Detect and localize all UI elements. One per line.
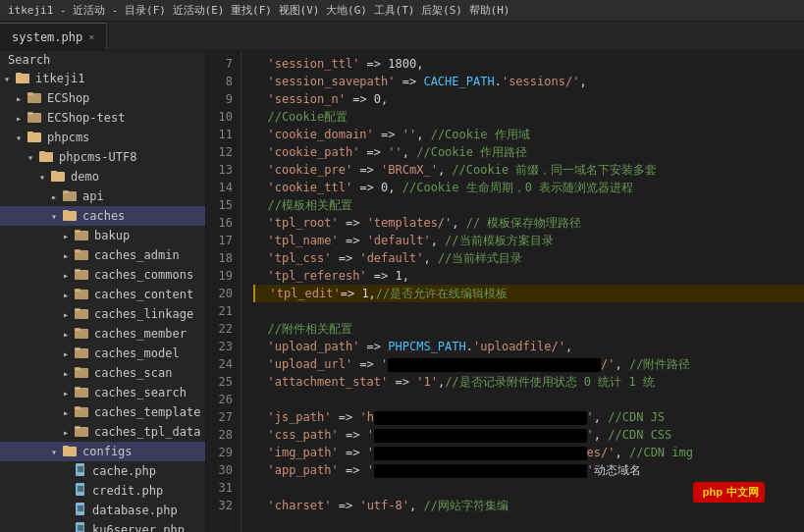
tree-arrow-icon: ▾ (16, 133, 26, 143)
folder-icon (39, 150, 53, 165)
tree-item-label: caches_search (94, 386, 187, 399)
code-line: 'attachment_stat' => '1',//是否记录附件使用状态 0 … (253, 373, 804, 391)
code-line: 'tpl_root' => 'templates/', // 模板保存物理路径 (253, 214, 804, 232)
tree-item-caches_model[interactable]: ▸caches_model (0, 344, 205, 363)
svg-rect-39 (63, 446, 69, 449)
tree-item-caches[interactable]: ▾caches (0, 206, 205, 226)
tree-item-label: phpcms (47, 131, 89, 144)
tree-item-caches_search[interactable]: ▸caches_search (0, 383, 205, 402)
tree-item-caches_linkage[interactable]: ▸caches_linkage (0, 304, 205, 324)
folder-icon (27, 111, 41, 126)
folder-icon (75, 248, 88, 263)
line-number: 24 (210, 355, 233, 373)
line-number: 26 (210, 391, 233, 408)
tree-arrow-icon: ▸ (63, 270, 73, 281)
tree-item-label: caches_model (94, 346, 180, 360)
code-line (253, 302, 804, 320)
tab-label: system.php (12, 30, 82, 44)
svg-rect-33 (75, 387, 80, 390)
line-number: 28 (210, 426, 233, 444)
redacted-content (374, 447, 587, 460)
tree-item-label: configs (82, 445, 133, 458)
line-number: 27 (210, 408, 233, 426)
php-watermark: php中文网 (693, 482, 765, 503)
line-number: 30 (210, 461, 233, 479)
tree-item-credit.php[interactable]: credit.php (0, 481, 205, 501)
tree-item-ECShop[interactable]: ▸ECShop (0, 88, 205, 108)
tree-item-label: caches_linkage (94, 307, 193, 321)
tree-arrow-icon: ▸ (63, 309, 73, 320)
code-line: 'tpl_name' => 'default', //当前模板方案目录 (253, 232, 804, 249)
tree-item-itkeji1[interactable]: ▾itkeji1 (0, 69, 205, 88)
redacted-content (388, 358, 601, 372)
tree-item-caches_tpl_data[interactable]: ▸caches_tpl_data (0, 422, 205, 442)
folder-icon (27, 131, 41, 145)
line-number: 23 (210, 338, 233, 355)
svg-rect-7 (27, 132, 33, 134)
code-line: 'js_path' => 'h ', //CDN JS (253, 408, 804, 426)
code-line: 'session_savepath' => CACHE_PATH.'sessio… (253, 73, 804, 90)
code-line: 'tpl_edit'=> 1,//是否允许在线编辑模板 (253, 285, 804, 302)
tree-item-label: itkeji1 (35, 72, 85, 85)
line-number: 32 (210, 497, 233, 514)
tree-arrow-icon: ▾ (51, 447, 61, 457)
tree-item-caches_member[interactable]: ▸caches_member (0, 324, 205, 344)
line-number: 17 (210, 232, 233, 249)
folder-icon (75, 268, 88, 283)
tree-item-bakup[interactable]: ▸bakup (0, 226, 205, 245)
folder-icon (63, 209, 77, 224)
code-line: //Cookie配置 (253, 108, 804, 126)
code-editor[interactable]: 7891011121314151617181920212223242526272… (206, 51, 804, 532)
tree-item-caches_admin[interactable]: ▸caches_admin (0, 245, 205, 265)
tree-item-cache.php[interactable]: cache.php (0, 461, 205, 481)
tree-item-label: caches_template (94, 405, 200, 419)
tree-item-demo[interactable]: ▾demo (0, 167, 205, 186)
redacted-content (374, 429, 587, 443)
folder-icon (75, 288, 88, 302)
redacted-content (374, 411, 587, 425)
tree-item-caches_template[interactable]: ▸caches_template (0, 402, 205, 422)
line-number: 18 (210, 249, 233, 267)
tree-item-caches_content[interactable]: ▸caches_content (0, 285, 205, 304)
tree-arrow-icon: ▸ (63, 368, 73, 379)
tree-item-label: ECShop (47, 91, 89, 105)
tree-item-label: caches_member (94, 327, 187, 341)
tree-item-label: credit.php (92, 484, 163, 498)
line-number: 12 (210, 143, 233, 161)
tree-item-ku6server.php[interactable]: ku6server.php (0, 520, 205, 532)
code-line: 'tpl_referesh' => 1, (253, 267, 804, 285)
tree-item-label: caches_admin (94, 248, 180, 262)
tree-item-phpcms-UTF8[interactable]: ▾phpcms-UTF8 (0, 147, 205, 167)
svg-rect-21 (75, 269, 80, 272)
tree-arrow-icon: ▸ (51, 191, 61, 202)
tree-item-configs[interactable]: ▾configs (0, 442, 205, 461)
tree-item-phpcms[interactable]: ▾phpcms (0, 128, 205, 147)
folder-icon (75, 346, 88, 361)
svg-rect-19 (75, 249, 80, 252)
file-tree-sidebar: Search▾itkeji1▸ECShop▸ECShop-test▾phpcms… (0, 51, 206, 532)
folder-icon (63, 445, 77, 459)
tree-arrow-icon: ▸ (63, 388, 73, 399)
folder-icon (75, 327, 88, 342)
line-number: 10 (210, 108, 233, 126)
file-icon (75, 503, 86, 519)
line-number: 29 (210, 444, 233, 461)
folder-icon (75, 366, 88, 381)
svg-rect-15 (63, 210, 69, 213)
redacted-content (374, 464, 587, 478)
tree-item-database.php[interactable]: database.php (0, 501, 205, 520)
tab-system-php[interactable]: system.php ✕ (0, 23, 107, 50)
code-line: 'cookie_domain' => '', //Cookie 作用域 (253, 126, 804, 143)
code-line: 'upload_path' => PHPCMS_PATH.'uploadfile… (253, 338, 804, 355)
folder-icon (75, 229, 88, 243)
folder-icon (75, 307, 88, 322)
tab-close-icon[interactable]: ✕ (88, 31, 94, 42)
tree-item-api[interactable]: ▸api (0, 186, 205, 206)
tree-item-ECShop-test[interactable]: ▸ECShop-test (0, 108, 205, 128)
tree-item-label: database.php (92, 504, 178, 517)
code-line: 'cookie_ttl' => 0, //Cookie 生命周期，0 表示随浏览… (253, 179, 804, 196)
tree-item-caches_commons[interactable]: ▸caches_commons (0, 265, 205, 285)
tree-item-caches_scan[interactable]: ▸caches_scan (0, 363, 205, 383)
tree-item-label: cache.php (92, 464, 156, 478)
code-line: 'session_ttl' => 1800, (253, 55, 804, 73)
